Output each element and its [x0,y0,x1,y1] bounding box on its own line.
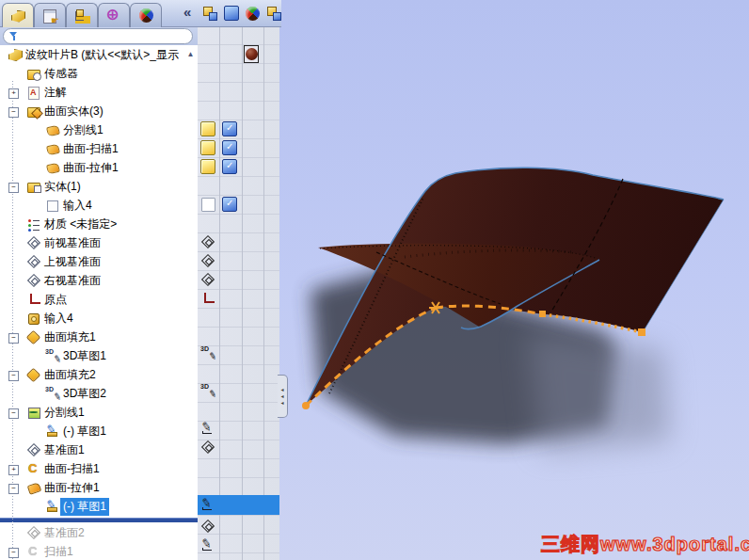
display-pane-cell[interactable] [200,537,215,552]
display-pane-cell[interactable] [200,234,215,249]
display-pane-cell[interactable] [200,519,215,534]
collapse-toggle[interactable]: − [8,484,19,494]
tree-item-曲面-拉伸1[interactable]: −曲面-拉伸1 [0,478,198,497]
display-pane-cell[interactable] [200,121,215,136]
display-pane-cell[interactable] [222,159,237,174]
tree-item-右视基准面[interactable]: 右视基准面 [0,271,198,290]
expand-toggle[interactable]: + [8,88,19,99]
tree-item-分割线1[interactable]: −分割线1 [0,403,198,422]
tree-item-label[interactable]: 注解 [41,84,70,102]
tree-item-label[interactable]: (-) 草图1 [60,498,109,516]
transparency-column-header[interactable] [264,4,283,23]
tree-item-label[interactable]: 输入4 [41,310,76,328]
tree-item-曲面填充1[interactable]: −曲面填充1 [0,328,198,346]
tree-item-label[interactable]: 曲面-扫描1 [60,140,121,158]
tree-item-输入4[interactable]: 输入4 [0,196,198,215]
tree-item-分割线1[interactable]: 分割线1 [0,120,198,139]
tree-item-label[interactable]: 传感器 [41,65,81,83]
tree-item-曲面-扫描1[interactable]: +曲面-扫描1 [0,459,198,478]
filter-input[interactable] [18,30,192,43]
collapse-toggle[interactable]: − [8,183,19,193]
collapse-toggle[interactable]: − [8,371,19,381]
tree-item-曲面填充2[interactable]: −曲面填充2 [0,365,198,384]
tree-item-曲面-扫描1[interactable]: 曲面-扫描1 [0,139,198,158]
tree-item-label[interactable]: 曲面实体(3) [41,103,106,120]
tree-item-实体(1)[interactable]: −实体(1) [0,177,198,196]
tree-item-3D草图1[interactable]: 3D草图1 [0,346,198,365]
tree-item-基准面2[interactable]: 基准面2 [0,523,198,542]
tree-item-label[interactable]: 实体(1) [41,178,84,196]
tree-item-label[interactable]: (-) 草图1 [60,423,109,440]
tree-item-传感器[interactable]: 传感器 [0,64,198,83]
tree-item-label[interactable]: 曲面填充1 [41,328,99,346]
collapse-toggle[interactable]: − [8,548,19,558]
tree-item-3D草图2[interactable]: 3D草图2 [0,384,198,403]
tree-item-label[interactable]: 右视基准面 [41,272,104,290]
display-pane-cell[interactable] [200,497,215,512]
dimxpertmanager-tab[interactable] [98,3,130,27]
tree-item-label[interactable]: 曲面填充2 [41,366,99,384]
tree-item-label[interactable]: 曲面-拉伸1 [60,159,121,177]
tree-item-前视基准面[interactable]: 前视基准面 [0,233,198,252]
tree-item-label[interactable]: 前视基准面 [41,234,104,252]
sketch-endpoint-dot[interactable] [302,402,310,409]
tree-item-label[interactable]: 基准面2 [41,524,88,542]
tree-item-曲面-拉伸1[interactable]: 曲面-拉伸1 [0,158,198,177]
display-pane-cell[interactable] [200,383,215,398]
tree-item-label[interactable]: 分割线1 [41,404,88,422]
tree-item-label[interactable]: 输入4 [60,197,95,215]
tree-item-材质 <未指定>[interactable]: 材质 <未指定> [0,215,198,233]
tree-item-label[interactable]: 曲面-扫描1 [41,460,103,478]
tree-item-基准面1[interactable]: 基准面1 [0,440,198,459]
display-pane-collapse-button[interactable]: « [183,4,191,20]
tree-scroll-up-button[interactable]: ▲ [185,49,196,59]
tree-item-label[interactable]: 原点 [41,291,70,309]
tree-item-label[interactable]: 3D草图2 [60,385,109,403]
tree-item-label[interactable]: 扫描1 [41,543,76,560]
panel-splitter-handle[interactable]: ◂ ◂ ◂ [278,375,288,418]
rollback-bar[interactable] [0,518,198,522]
tree-item-label[interactable]: 曲面-拉伸1 [41,479,103,497]
tree-item-label[interactable]: 材质 <未指定> [41,216,120,233]
displaymanager-tab[interactable] [130,3,162,27]
display-pane-cell[interactable] [222,197,237,212]
propertymanager-tab[interactable] [34,3,66,27]
tree-item-原点[interactable]: 原点 [0,290,198,309]
sketch-endpoint-square[interactable] [638,328,645,336]
configurationmanager-tab[interactable] [66,3,98,27]
tree-item-注解[interactable]: +注解 [0,83,198,102]
display-pane-cell[interactable] [200,197,215,212]
display-pane-cell[interactable] [244,46,259,61]
graphics-viewport[interactable]: 三维网www.3dportal.cn [279,0,749,560]
display-pane-cell[interactable] [222,121,237,136]
tree-item-label[interactable]: 基准面1 [41,441,88,459]
appearance-column-header[interactable] [243,4,262,23]
tree-item-label[interactable]: 上视基准面 [41,253,104,271]
sketch-point-square[interactable] [539,311,546,317]
tree-item-label[interactable]: 分割线1 [60,121,106,139]
tree-item-波纹叶片B (默认<<默认>_显示[interactable]: 波纹叶片B (默认<<默认>_显示 [0,45,198,64]
display-pane-cell[interactable] [200,140,215,155]
featuremanager-tab[interactable] [2,3,34,27]
display-pane-cell[interactable] [200,291,215,306]
display-pane-cell[interactable] [200,421,215,436]
tree-item-曲面实体(3)[interactable]: −曲面实体(3) [0,102,198,120]
tree-item-(-) 草图1[interactable]: (-) 草图1 [0,497,198,516]
tree-item-label[interactable]: 波纹叶片B (默认<<默认>_显示 [23,46,182,64]
collapse-toggle[interactable]: − [8,333,19,344]
tree-item-扫描1[interactable]: −扫描1 [0,542,198,560]
display-pane-cell[interactable] [200,345,215,360]
display-pane-cell[interactable] [200,272,215,287]
display-pane-cell[interactable] [222,140,237,155]
tree-item-label[interactable]: 3D草图1 [60,347,109,365]
display-mode-column-header[interactable] [222,4,241,23]
expand-toggle[interactable]: + [8,465,19,475]
tree-item-输入4[interactable]: 输入4 [0,309,198,328]
display-pane-cell[interactable] [200,159,215,174]
collapse-toggle[interactable]: − [8,408,19,419]
hide-show-column-header[interactable] [200,4,219,23]
collapse-toggle[interactable]: − [8,107,19,118]
display-pane-cell[interactable] [200,440,215,455]
display-pane-cell[interactable] [200,253,215,268]
tree-item-上视基准面[interactable]: 上视基准面 [0,252,198,271]
